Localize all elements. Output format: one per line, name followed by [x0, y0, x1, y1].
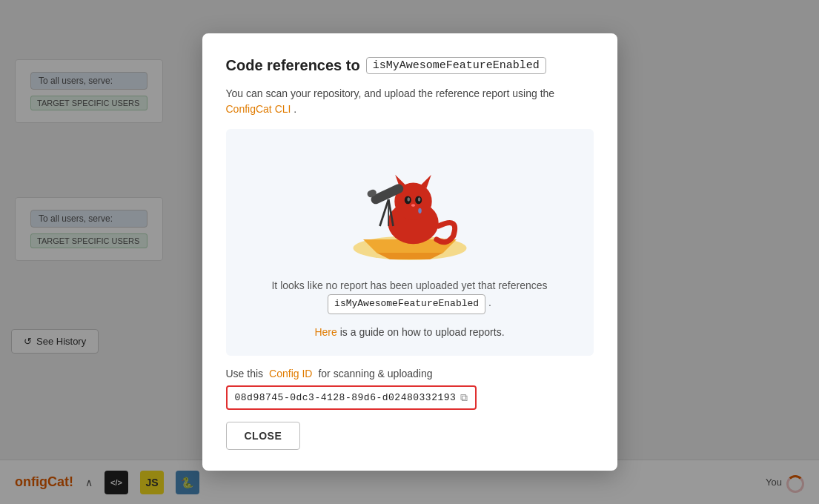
- modal-footer: CLOSE: [226, 422, 594, 450]
- config-id-box: 08d98745-0dc3-4128-89d6-d02480332193 ⧉: [226, 385, 477, 410]
- close-button[interactable]: CLOSE: [226, 422, 301, 450]
- config-row-prefix: Use this: [226, 368, 264, 379]
- modal-dialog: Code references to isMyAwesomeFeatureEna…: [202, 33, 617, 470]
- modal-title: Code references to isMyAwesomeFeatureEna…: [226, 57, 594, 74]
- empty-state-box: It looks like no report has been uploade…: [226, 129, 594, 355]
- svg-point-9: [407, 198, 410, 202]
- svg-line-13: [379, 199, 388, 226]
- configcat-cli-link[interactable]: ConfigCat CLI: [226, 103, 291, 115]
- svg-point-12: [418, 208, 422, 213]
- guide-link-row: Here is a guide on how to upload reports…: [314, 326, 504, 338]
- empty-feature-code: isMyAwesomeFeatureEnabled: [328, 294, 485, 314]
- config-id-row: Use this Config ID for scanning & upload…: [226, 368, 594, 410]
- modal-subtitle-text: You can scan your repository, and upload…: [226, 87, 555, 99]
- modal-subtitle-suffix: .: [294, 103, 296, 115]
- empty-text-after: .: [488, 296, 491, 308]
- modal-overlay: Code references to isMyAwesomeFeatureEna…: [0, 0, 819, 504]
- config-id-value: 08d98745-0dc3-4128-89d6-d02480332193: [235, 392, 457, 403]
- modal-subtitle: You can scan your repository, and upload…: [226, 86, 594, 117]
- cat-illustration: [343, 147, 477, 265]
- empty-text-before: It looks like no report has been uploade…: [271, 279, 547, 291]
- copy-icon[interactable]: ⧉: [460, 391, 468, 404]
- empty-state-text: It looks like no report has been uploade…: [271, 277, 547, 314]
- modal-title-prefix: Code references to: [226, 57, 360, 74]
- config-id-link[interactable]: Config ID: [269, 368, 312, 379]
- svg-marker-6: [420, 175, 431, 188]
- here-link[interactable]: Here: [314, 326, 336, 338]
- guide-suffix: is a guide on how to upload reports.: [340, 326, 505, 338]
- svg-point-11: [411, 205, 414, 208]
- modal-title-code: isMyAwesomeFeatureEnabled: [366, 57, 546, 74]
- svg-point-10: [417, 198, 420, 202]
- config-row-suffix: for scanning & uploading: [318, 368, 432, 379]
